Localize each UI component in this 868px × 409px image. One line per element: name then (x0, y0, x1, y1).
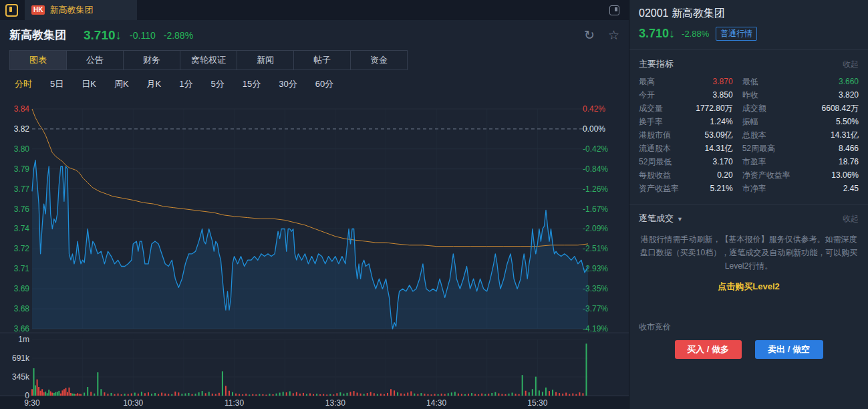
indicator-label: 市净率 (742, 183, 766, 194)
divider (629, 204, 868, 204)
price-axis-label: 3.68 (14, 304, 30, 313)
indicator-value: 14.31亿 (831, 130, 859, 141)
stock-code-title: 02001 新高教集团 (639, 7, 859, 21)
indicator-label: 振幅 (742, 116, 758, 128)
window-tab-bar: HK 新高教集团 (0, 0, 629, 20)
percent-axis-label: -0.42% (583, 144, 608, 154)
period-tab[interactable]: 月K (147, 78, 162, 90)
indicator-label: 昨收 (742, 90, 758, 101)
percent-axis-label: -1.26% (583, 184, 608, 194)
price-axis-label: 3.84 (14, 104, 30, 114)
indicator-cell: 成交额6608.42万 (742, 102, 859, 115)
level2-notice-text: 港股行情需手动刷新，【基本报价】服务仅供参考。如需深度盘口数据（买卖10档），逐… (639, 233, 859, 273)
percent-axis-label: -1.67% (583, 204, 608, 214)
indicator-cell: 52周最低3.170 (639, 155, 742, 168)
period-tab[interactable]: 60分 (315, 78, 333, 90)
change-percent: -2.88% (682, 29, 709, 39)
indicator-value: 1772.80万 (696, 103, 732, 114)
favorite-star-icon[interactable]: ☆ (608, 29, 619, 41)
nav-tab[interactable]: 资金 (350, 50, 408, 70)
price-axis-label: 3.72 (14, 244, 30, 253)
indicator-row: 每股收益0.20净资产收益率13.06% (639, 168, 859, 182)
panel-layout-toggle-icon[interactable] (609, 5, 619, 15)
indicators-table: 最高3.870最低3.660今开3.850昨收3.820成交量1772.80万成… (639, 75, 859, 195)
indicator-cell: 港股市值53.09亿 (639, 128, 742, 142)
quote-level-badge[interactable]: 普通行情 (716, 27, 757, 41)
indicator-label: 今开 (639, 90, 655, 101)
buy-level2-link[interactable]: 点击购买Level2 (639, 281, 859, 293)
price-axis-label: 3.69 (14, 284, 30, 293)
indicator-cell: 昨收3.820 (742, 88, 859, 102)
down-arrow-icon: ↓ (116, 28, 122, 42)
percent-axis-label: -2.51% (583, 244, 608, 253)
section-title-trades[interactable]: 逐笔成交▼ (639, 213, 683, 225)
nav-tab[interactable]: 公告 (66, 50, 124, 70)
nav-tab[interactable]: 新闻 (237, 50, 294, 70)
volume-axis-label: 691k (12, 354, 30, 363)
period-tab[interactable]: 5日 (50, 78, 63, 90)
indicator-label: 最高 (639, 76, 655, 88)
price-axis-label: 3.77 (14, 184, 30, 194)
period-tab[interactable]: 15分 (243, 78, 261, 90)
indicator-label: 总股本 (742, 130, 766, 141)
price-axis-label: 3.79 (14, 164, 30, 174)
section-title-indicators: 主要指标 (639, 58, 674, 70)
nav-tab[interactable]: 窝轮权证 (180, 50, 237, 70)
price-axis-label: 3.76 (14, 204, 30, 214)
indicator-cell: 市净率2.45 (742, 182, 859, 195)
nav-tab[interactable]: 图表 (9, 50, 67, 70)
refresh-icon[interactable]: ↻ (584, 29, 595, 41)
period-tab[interactable]: 日K (82, 78, 96, 90)
nav-tab[interactable]: 帖子 (293, 50, 351, 70)
indicator-row: 流通股本14.31亿52周最高8.466 (639, 142, 859, 155)
app-sidebar-toggle-icon[interactable] (5, 4, 18, 17)
indicator-value: 3.820 (839, 90, 859, 100)
sell-short-button[interactable]: 卖出 / 做空 (755, 340, 823, 359)
indicator-value: 18.76 (839, 157, 859, 166)
collapse-trades-link[interactable]: 收起 (843, 213, 859, 225)
stock-name: 新高教集团 (9, 27, 66, 43)
stock-header: 新高教集团 3.710↓ -0.110 -2.88% ↻ ☆ (0, 20, 629, 50)
indicator-value: 53.09亿 (705, 130, 733, 141)
indicator-cell: 最高3.870 (639, 75, 742, 88)
price-change: -0.110 (130, 30, 156, 41)
indicator-value: 3.870 (713, 77, 733, 86)
time-axis-label: 15:30 (527, 398, 547, 408)
indicator-label: 换手率 (639, 116, 663, 128)
divider (629, 49, 868, 50)
indicator-row: 资产收益率5.21%市净率2.45 (639, 182, 859, 195)
indicator-label: 港股市值 (639, 130, 671, 141)
percent-axis-label: -0.84% (583, 164, 608, 174)
time-axis-label: 11:30 (225, 398, 244, 408)
market-hk-badge: HK (31, 5, 45, 15)
indicator-label: 52周最高 (742, 143, 775, 154)
percent-axis-label: -2.09% (583, 224, 608, 233)
indicator-cell: 流通股本14.31亿 (639, 142, 742, 155)
indicator-label: 52周最低 (639, 156, 672, 168)
indicator-label: 最低 (742, 76, 758, 88)
main-nav-tabs: 图表公告财务窝轮权证新闻帖子资金 (0, 50, 629, 71)
buy-long-button[interactable]: 买入 / 做多 (675, 340, 742, 359)
price-axis-label: 3.80 (14, 144, 30, 154)
price-axis-label: 3.66 (14, 324, 30, 333)
percent-axis-label: 0.00% (583, 124, 605, 134)
indicator-value: 3.850 (713, 90, 733, 100)
closing-auction-label: 收市竞价 (639, 321, 859, 333)
volume-axis-label: 345k (12, 372, 30, 382)
period-tab[interactable]: 5分 (210, 78, 224, 90)
period-tab[interactable]: 分时 (15, 78, 32, 90)
nav-tab[interactable]: 财务 (123, 50, 180, 70)
period-tab[interactable]: 周K (114, 78, 129, 90)
volume-axis-label: 1m (18, 335, 29, 344)
indicator-value: 14.31亿 (705, 143, 733, 154)
collapse-indicators-link[interactable]: 收起 (843, 59, 859, 70)
indicator-cell: 每股收益0.20 (639, 168, 742, 182)
indicator-cell: 换手率1.24% (639, 115, 742, 128)
trade-buttons-row: 买入 / 做多 卖出 / 做空 (639, 340, 859, 359)
period-tab[interactable]: 1分 (179, 78, 192, 90)
intraday-chart[interactable]: 3.840.42%3.820.00%3.80-0.42%3.79-0.84%3.… (0, 98, 629, 409)
period-tab[interactable]: 30分 (279, 78, 297, 90)
indicator-value: 13.06% (831, 170, 859, 180)
stock-document-tab[interactable]: HK 新高教集团 (25, 0, 137, 20)
price-value: 3.710 (639, 27, 669, 40)
